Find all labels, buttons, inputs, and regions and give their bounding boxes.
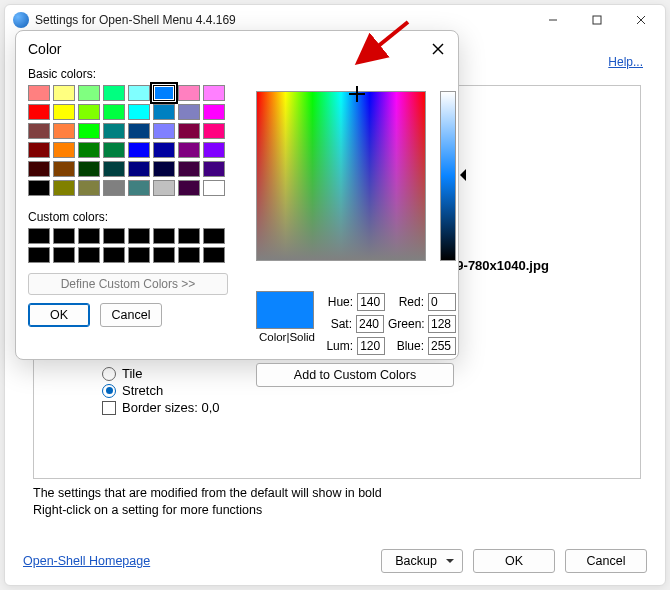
- green-input[interactable]: [428, 315, 456, 333]
- custom-color-swatch[interactable]: [203, 247, 225, 263]
- basic-color-swatch[interactable]: [128, 161, 150, 177]
- basic-color-swatch[interactable]: [103, 123, 125, 139]
- red-input[interactable]: [428, 293, 456, 311]
- hue-label: Hue:: [326, 295, 353, 309]
- basic-color-swatch[interactable]: [103, 161, 125, 177]
- custom-color-swatch[interactable]: [178, 228, 200, 244]
- basic-color-swatch[interactable]: [128, 123, 150, 139]
- basic-color-swatch[interactable]: [178, 85, 200, 101]
- custom-color-swatch[interactable]: [28, 228, 50, 244]
- basic-color-swatch[interactable]: [178, 104, 200, 120]
- custom-color-swatch[interactable]: [78, 228, 100, 244]
- hint-bold: The settings that are modified from the …: [33, 485, 382, 502]
- color-preview: [256, 291, 314, 329]
- basic-color-swatch[interactable]: [153, 104, 175, 120]
- basic-color-swatch[interactable]: [178, 123, 200, 139]
- basic-color-swatch[interactable]: [53, 161, 75, 177]
- red-label: Red:: [389, 295, 424, 309]
- basic-color-swatch[interactable]: [78, 161, 100, 177]
- basic-color-swatch[interactable]: [28, 142, 50, 158]
- basic-color-swatch[interactable]: [78, 123, 100, 139]
- add-to-custom-colors-button[interactable]: Add to Custom Colors: [256, 363, 454, 387]
- custom-color-swatch[interactable]: [128, 228, 150, 244]
- lum-input[interactable]: [357, 337, 385, 355]
- basic-color-swatch[interactable]: [203, 161, 225, 177]
- custom-color-swatch[interactable]: [153, 228, 175, 244]
- basic-color-swatch[interactable]: [153, 161, 175, 177]
- basic-color-swatch[interactable]: [178, 142, 200, 158]
- basic-color-swatch[interactable]: [53, 123, 75, 139]
- basic-color-swatch[interactable]: [28, 123, 50, 139]
- custom-color-swatch[interactable]: [103, 228, 125, 244]
- basic-color-swatch[interactable]: [78, 180, 100, 196]
- custom-color-swatch[interactable]: [53, 228, 75, 244]
- radio-stretch-label: Stretch: [122, 383, 163, 398]
- sat-label: Sat:: [326, 317, 352, 331]
- custom-color-swatch[interactable]: [153, 247, 175, 263]
- define-custom-colors-button[interactable]: Define Custom Colors >>: [28, 273, 228, 295]
- color-cancel-button[interactable]: Cancel: [100, 303, 162, 327]
- basic-color-swatch[interactable]: [203, 123, 225, 139]
- close-button[interactable]: [619, 6, 663, 34]
- basic-color-swatch[interactable]: [28, 104, 50, 120]
- basic-color-swatch[interactable]: [103, 104, 125, 120]
- homepage-link[interactable]: Open-Shell Homepage: [23, 554, 150, 568]
- basic-color-swatch[interactable]: [153, 142, 175, 158]
- custom-color-swatch[interactable]: [103, 247, 125, 263]
- luminance-arrow-icon[interactable]: [454, 169, 466, 181]
- lum-label: Lum:: [326, 339, 353, 353]
- basic-color-swatch[interactable]: [103, 142, 125, 158]
- radio-icon: [102, 367, 116, 381]
- basic-color-swatch[interactable]: [153, 180, 175, 196]
- basic-color-swatch[interactable]: [78, 85, 100, 101]
- basic-color-swatch[interactable]: [28, 85, 50, 101]
- border-sizes-row[interactable]: Border sizes: 0,0: [102, 400, 630, 415]
- footer-hints: The settings that are modified from the …: [33, 485, 382, 519]
- window-title: Settings for Open-Shell Menu 4.4.169: [35, 13, 236, 27]
- color-ok-button[interactable]: OK: [28, 303, 90, 327]
- border-sizes-icon: [102, 401, 116, 415]
- basic-color-swatch[interactable]: [28, 161, 50, 177]
- color-solid-label: Color|Solid: [256, 331, 318, 343]
- custom-color-swatch[interactable]: [128, 247, 150, 263]
- basic-color-swatch[interactable]: [178, 161, 200, 177]
- maximize-button[interactable]: [575, 6, 619, 34]
- backup-button[interactable]: Backup: [381, 549, 463, 573]
- basic-color-swatch[interactable]: [53, 104, 75, 120]
- ok-button[interactable]: OK: [473, 549, 555, 573]
- basic-color-swatch[interactable]: [53, 142, 75, 158]
- border-sizes-label: Border sizes: 0,0: [122, 400, 220, 415]
- basic-color-swatch[interactable]: [78, 104, 100, 120]
- basic-color-swatch[interactable]: [128, 85, 150, 101]
- custom-color-swatch[interactable]: [28, 247, 50, 263]
- basic-color-swatch[interactable]: [28, 180, 50, 196]
- blue-input[interactable]: [428, 337, 456, 355]
- basic-color-swatch[interactable]: [128, 142, 150, 158]
- basic-color-swatch[interactable]: [78, 142, 100, 158]
- basic-color-swatch[interactable]: [53, 180, 75, 196]
- help-link[interactable]: Help...: [608, 55, 643, 69]
- custom-color-swatch[interactable]: [178, 247, 200, 263]
- basic-color-swatch[interactable]: [153, 85, 175, 101]
- color-dialog-close[interactable]: [428, 39, 448, 59]
- basic-color-swatch[interactable]: [153, 123, 175, 139]
- minimize-button[interactable]: [531, 6, 575, 34]
- basic-color-swatch[interactable]: [203, 142, 225, 158]
- sat-input[interactable]: [356, 315, 384, 333]
- custom-color-swatch[interactable]: [53, 247, 75, 263]
- basic-color-swatch[interactable]: [128, 104, 150, 120]
- basic-color-swatch[interactable]: [203, 180, 225, 196]
- color-spectrum[interactable]: [256, 91, 426, 261]
- basic-color-swatch[interactable]: [203, 85, 225, 101]
- cancel-button[interactable]: Cancel: [565, 549, 647, 573]
- basic-color-swatch[interactable]: [203, 104, 225, 120]
- basic-color-swatch[interactable]: [128, 180, 150, 196]
- basic-color-swatch[interactable]: [178, 180, 200, 196]
- custom-color-swatch[interactable]: [203, 228, 225, 244]
- basic-color-swatch[interactable]: [103, 85, 125, 101]
- basic-color-swatch[interactable]: [103, 180, 125, 196]
- basic-colors-label: Basic colors:: [28, 67, 446, 81]
- custom-color-swatch[interactable]: [78, 247, 100, 263]
- hue-input[interactable]: [357, 293, 385, 311]
- basic-color-swatch[interactable]: [53, 85, 75, 101]
